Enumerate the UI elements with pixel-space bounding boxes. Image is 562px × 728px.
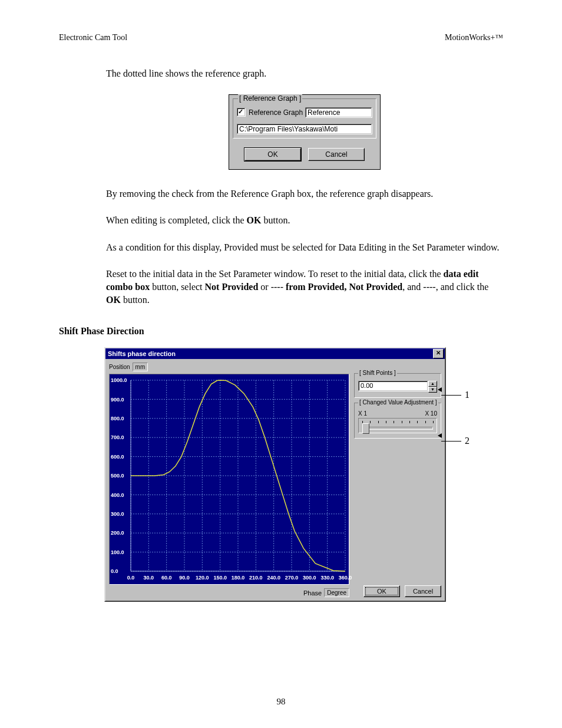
phase-chart: 0.0100.0200.0300.0400.0500.0600.0700.080… [109,374,349,585]
callout-1: 1 [465,390,470,400]
section-heading: Shift Phase Direction [59,326,503,337]
callout-2: 2 [465,436,470,446]
header-right: MotionWorks+™ [445,33,503,42]
reference-graph-checkbox[interactable]: ✓ [237,108,246,117]
close-icon[interactable]: ✕ [433,349,444,358]
shift-points-group: [ Shift Points ] 0.00 ▲ ▼ [354,373,441,398]
y-axis-label: Position [109,364,130,370]
slider-thumb-icon[interactable] [362,423,369,434]
arrow-left-icon [438,387,442,392]
adj-max-label: X 10 [425,410,437,417]
paragraph-4: As a condition for this display, Provide… [106,241,503,254]
value-adjustment-title: [ Changed Value Adjustment ] [358,399,438,406]
page-number: 98 [0,697,562,707]
intro-paragraph: The dotted line shows the reference grap… [106,67,503,80]
spin-down-icon[interactable]: ▼ [428,387,437,393]
shift-phase-dialog: Shifts phase direction ✕ Position mm 0.0… [104,347,446,602]
cancel-button[interactable]: Cancel [308,148,365,161]
shift-points-title: [ Shift Points ] [358,370,397,376]
adj-min-label: X 1 [358,410,367,417]
check-icon: ✓ [238,108,243,116]
shift-points-input[interactable]: 0.00 [358,381,428,391]
reference-name-input[interactable]: Reference [305,107,372,118]
paragraph-2: By removing the check from the Reference… [106,187,503,200]
reference-graph-checkbox-label: Reference Graph [249,108,303,117]
y-axis-unit: mm [133,363,148,371]
reference-graph-dialog: [ Reference Graph ] ✓ Reference Graph Re… [229,94,381,170]
dialog-title: Shifts phase direction [108,350,176,357]
arrow-left-icon [438,433,442,438]
value-adjustment-group: [ Changed Value Adjustment ] X 1 X 10 [354,403,441,439]
x-axis-label: Phase [303,589,322,597]
paragraph-5: Reset to the initial data in the Set Par… [106,268,503,306]
x-axis-unit: Degree [324,588,349,597]
ok-button[interactable]: OK [244,148,301,161]
reference-graph-group-title: [ Reference Graph ] [238,94,302,103]
paragraph-3: When editing is completed, click the OK … [106,214,503,227]
header-left: Electronic Cam Tool [59,33,127,42]
ok-button[interactable]: OK [363,585,400,597]
adjustment-slider[interactable] [358,418,437,433]
spin-up-icon[interactable]: ▲ [428,381,437,387]
reference-path-input[interactable]: C:\Program Files\Yaskawa\Moti [237,124,372,134]
cancel-button[interactable]: Cancel [405,585,441,597]
